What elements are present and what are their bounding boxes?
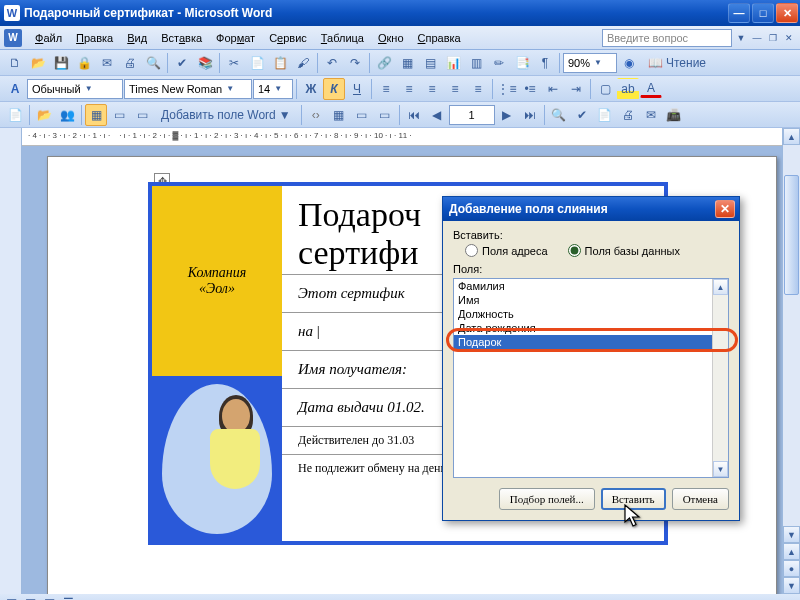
- align-right-icon[interactable]: ≡: [421, 78, 443, 100]
- highlight-icon[interactable]: ab: [617, 78, 639, 100]
- cancel-button[interactable]: Отмена: [672, 488, 729, 510]
- field-item[interactable]: Подарок: [454, 335, 728, 349]
- align-center-icon[interactable]: ≡: [398, 78, 420, 100]
- style-combo[interactable]: Обычный▼: [27, 79, 123, 99]
- record-number-box[interactable]: 1: [449, 105, 495, 125]
- insert-address-block-icon[interactable]: ▭: [108, 104, 130, 126]
- radio-database-fields[interactable]: Поля базы данных: [568, 244, 680, 257]
- bold-icon[interactable]: Ж: [300, 78, 322, 100]
- docmap-icon[interactable]: 📑: [511, 52, 533, 74]
- recipients-icon[interactable]: 👥: [56, 104, 78, 126]
- font-color-icon[interactable]: A: [640, 79, 662, 98]
- align-justify-icon[interactable]: ≡: [444, 78, 466, 100]
- align-left-icon[interactable]: ≡: [375, 78, 397, 100]
- field-item[interactable]: Имя: [454, 293, 728, 307]
- cut-icon[interactable]: ✂: [223, 52, 245, 74]
- maximize-button[interactable]: □: [752, 3, 774, 23]
- help-icon[interactable]: ◉: [618, 52, 640, 74]
- normal-view-icon[interactable]: ▤: [2, 595, 20, 601]
- reading-layout-button[interactable]: 📖 Чтение: [641, 52, 713, 74]
- copy-icon[interactable]: 📄: [246, 52, 268, 74]
- mail-icon[interactable]: ✉: [96, 52, 118, 74]
- menu-file[interactable]: Фdocument.currentScript.previousElementS…: [28, 30, 69, 46]
- styles-pane-icon[interactable]: A: [4, 78, 26, 100]
- next-record-icon[interactable]: ▶: [496, 104, 518, 126]
- merge-new-doc-icon[interactable]: 📄: [594, 104, 616, 126]
- check-errors-icon[interactable]: ✔: [571, 104, 593, 126]
- show-marks-icon[interactable]: ¶: [534, 52, 556, 74]
- print-preview-icon[interactable]: 🔍: [142, 52, 164, 74]
- insert-greeting-icon[interactable]: ▭: [131, 104, 153, 126]
- line-spacing-icon[interactable]: ≡: [467, 78, 489, 100]
- listbox-scroll-up-icon[interactable]: ▲: [713, 279, 728, 295]
- open-datasource-icon[interactable]: 📂: [33, 104, 55, 126]
- dialog-titlebar[interactable]: Добавление поля слияния ✕: [443, 197, 739, 221]
- menu-insert[interactable]: Вставка: [154, 30, 209, 46]
- menu-format[interactable]: Формат: [209, 30, 262, 46]
- menu-edit[interactable]: Правка: [69, 30, 120, 46]
- main-doc-setup-icon[interactable]: 📄: [4, 104, 26, 126]
- hyperlink-icon[interactable]: 🔗: [373, 52, 395, 74]
- font-combo[interactable]: Times New Roman▼: [124, 79, 252, 99]
- first-record-icon[interactable]: ⏮: [403, 104, 425, 126]
- reading-view-icon[interactable]: ▭: [78, 595, 96, 601]
- scroll-thumb[interactable]: [784, 175, 799, 295]
- excel-icon[interactable]: 📊: [442, 52, 464, 74]
- vertical-scrollbar[interactable]: ▲ ▼ ▲ ● ▼: [782, 128, 800, 594]
- open-icon[interactable]: 📂: [27, 52, 49, 74]
- menu-table[interactable]: Таблица: [314, 30, 371, 46]
- ask-dropdown-icon[interactable]: ▼: [734, 31, 748, 45]
- browse-object-icon[interactable]: ●: [783, 560, 800, 577]
- print-icon[interactable]: 🖨: [119, 52, 141, 74]
- tables-borders-icon[interactable]: ▦: [396, 52, 418, 74]
- insert-button[interactable]: Вставить: [601, 488, 666, 510]
- zoom-combo[interactable]: 90%▼: [563, 53, 617, 73]
- underline-icon[interactable]: Ч: [346, 78, 368, 100]
- close-button[interactable]: ✕: [776, 3, 798, 23]
- find-entry-icon[interactable]: 🔍: [548, 104, 570, 126]
- menu-view[interactable]: Вид: [120, 30, 154, 46]
- last-record-icon[interactable]: ⏭: [519, 104, 541, 126]
- scroll-up-icon[interactable]: ▲: [783, 128, 800, 145]
- print-view-icon[interactable]: ▣: [40, 595, 58, 601]
- listbox-scroll-down-icon[interactable]: ▼: [713, 461, 728, 477]
- mdi-minimize-icon[interactable]: —: [750, 31, 764, 45]
- increase-indent-icon[interactable]: ⇥: [565, 78, 587, 100]
- new-doc-icon[interactable]: 🗋: [4, 52, 26, 74]
- field-item[interactable]: Дата рождения: [454, 321, 728, 335]
- prev-record-icon[interactable]: ◀: [426, 104, 448, 126]
- horizontal-ruler[interactable]: · 4 · ı · 3 · ı · 2 · ı · 1 · ı · · ı · …: [22, 128, 782, 146]
- view-merged-icon[interactable]: ‹›: [305, 104, 327, 126]
- save-icon[interactable]: 💾: [50, 52, 72, 74]
- fields-listbox[interactable]: ФамилияИмяДолжностьДата рожденияПодарок …: [453, 278, 729, 478]
- merge-fax-icon[interactable]: 📠: [663, 104, 685, 126]
- format-painter-icon[interactable]: 🖌: [292, 52, 314, 74]
- field-item[interactable]: Фамилия: [454, 279, 728, 293]
- redo-icon[interactable]: ↷: [344, 52, 366, 74]
- word-doc-icon[interactable]: W: [4, 29, 22, 47]
- italic-icon[interactable]: К: [323, 78, 345, 100]
- match-fields-button[interactable]: Подбор полей...: [499, 488, 595, 510]
- borders-icon[interactable]: ▢: [594, 78, 616, 100]
- mdi-restore-icon[interactable]: ❐: [766, 31, 780, 45]
- menu-help[interactable]: Справка: [411, 30, 468, 46]
- columns-icon[interactable]: ▥: [465, 52, 487, 74]
- permission-icon[interactable]: 🔒: [73, 52, 95, 74]
- browse-prev-icon[interactable]: ▲: [783, 543, 800, 560]
- insert-word-field-button[interactable]: Добавить поле Word ▼: [154, 104, 298, 126]
- numbering-icon[interactable]: ⋮≡: [496, 78, 518, 100]
- research-icon[interactable]: 📚: [194, 52, 216, 74]
- outline-view-icon[interactable]: ☰: [59, 595, 77, 601]
- match-fields-icon[interactable]: ▭: [351, 104, 373, 126]
- menu-tools[interactable]: Сервис: [262, 30, 314, 46]
- insert-merge-field-icon[interactable]: ▦: [85, 104, 107, 126]
- bullets-icon[interactable]: •≡: [519, 78, 541, 100]
- minimize-button[interactable]: —: [728, 3, 750, 23]
- propagate-labels-icon[interactable]: ▭: [374, 104, 396, 126]
- merge-printer-icon[interactable]: 🖨: [617, 104, 639, 126]
- decrease-indent-icon[interactable]: ⇤: [542, 78, 564, 100]
- fontsize-combo[interactable]: 14▼: [253, 79, 293, 99]
- mdi-close-icon[interactable]: ✕: [782, 31, 796, 45]
- paste-icon[interactable]: 📋: [269, 52, 291, 74]
- web-view-icon[interactable]: ▦: [21, 595, 39, 601]
